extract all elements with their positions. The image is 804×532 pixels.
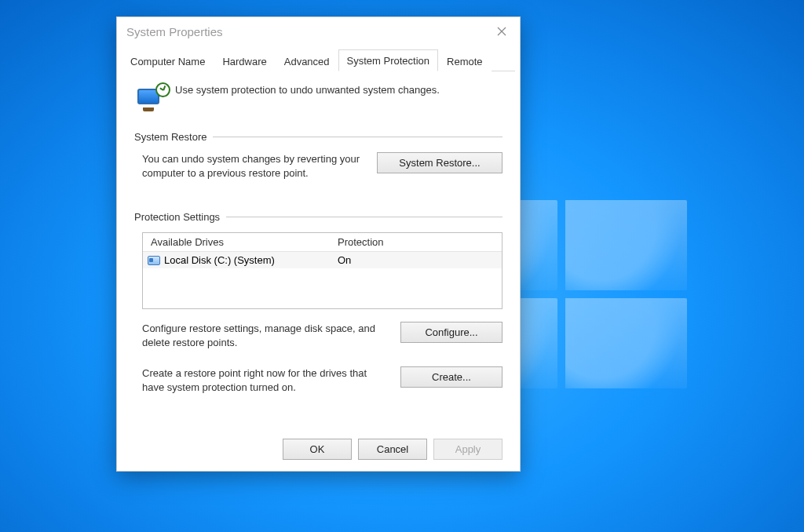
dialog-footer: OK Cancel Apply (283, 439, 502, 460)
configure-row: Configure restore settings, manage disk … (142, 322, 502, 349)
tab-system-protection[interactable]: System Protection (338, 49, 439, 71)
intro-block: Use system protection to undo unwanted s… (137, 82, 502, 114)
cancel-button[interactable]: Cancel (358, 439, 427, 460)
close-icon (497, 27, 506, 36)
rule (226, 217, 502, 217)
tab-remote[interactable]: Remote (438, 50, 492, 71)
restore-text: You can undo system changes by reverting… (142, 152, 363, 180)
group-heading-protection-settings: Protection Settings (134, 211, 502, 223)
titlebar[interactable]: System Properties (117, 17, 520, 46)
listview-header: Available Drives Protection (143, 233, 502, 252)
ok-button[interactable]: OK (283, 439, 352, 460)
tab-hardware[interactable]: Hardware (214, 50, 275, 71)
tab-computer-name[interactable]: Computer Name (122, 50, 214, 71)
group-heading-text: System Restore (134, 131, 206, 143)
rule (213, 137, 502, 137)
listview-row[interactable]: Local Disk (C:) (System) On (143, 252, 502, 268)
window-title: System Properties (126, 25, 223, 38)
drive-protection: On (338, 254, 351, 266)
drives-listview[interactable]: Available Drives Protection Local Disk (… (142, 232, 502, 309)
drive-icon (148, 256, 160, 265)
tab-body: Use system protection to undo unwanted s… (117, 71, 520, 411)
drive-name: Local Disk (C:) (System) (164, 254, 275, 266)
group-heading-system-restore: System Restore (134, 131, 502, 143)
create-button[interactable]: Create... (400, 366, 502, 388)
tab-strip: Computer Name Hardware Advanced System P… (122, 49, 515, 71)
system-properties-dialog: System Properties Computer Name Hardware… (116, 16, 521, 472)
system-protection-icon (137, 82, 169, 114)
create-row: Create a restore point right now for the… (142, 366, 502, 394)
col-protection: Protection (338, 236, 384, 248)
configure-button[interactable]: Configure... (400, 322, 502, 343)
intro-text: Use system protection to undo unwanted s… (175, 82, 440, 96)
group-heading-text: Protection Settings (134, 211, 220, 223)
close-button[interactable] (484, 17, 520, 46)
apply-button[interactable]: Apply (433, 439, 502, 460)
system-restore-button[interactable]: System Restore... (377, 152, 502, 173)
create-text: Create a restore point right now for the… (142, 366, 386, 394)
col-available-drives: Available Drives (151, 236, 338, 248)
tab-advanced[interactable]: Advanced (276, 50, 338, 71)
configure-text: Configure restore settings, manage disk … (142, 322, 386, 349)
restore-row: You can undo system changes by reverting… (142, 152, 502, 180)
